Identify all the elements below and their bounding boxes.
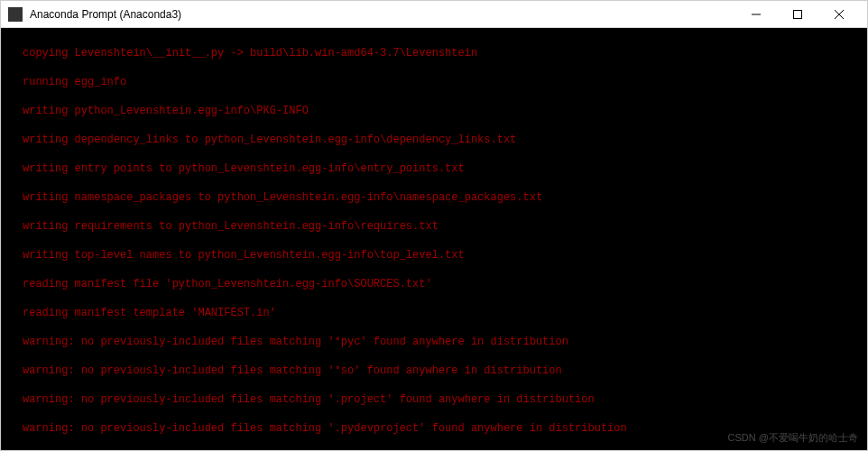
titlebar[interactable]: Anaconda Prompt (Anaconda3)	[1, 1, 867, 28]
output-line: copying Levenshtein\__init__.py -> build…	[8, 46, 867, 60]
output-line: writing python_Levenshtein.egg-info\PKG-…	[8, 104, 867, 118]
minimize-icon	[752, 10, 761, 19]
output-line: warning: no previously-included files ma…	[8, 364, 867, 378]
svg-rect-1	[794, 10, 802, 18]
close-icon	[835, 10, 844, 19]
output-line: writing requirements to python_Levenshte…	[8, 219, 867, 234]
maximize-icon	[793, 10, 802, 19]
close-button[interactable]	[818, 1, 860, 28]
output-line: writing dependency_links to python_Leven…	[8, 133, 867, 147]
output-line: reading manifest file 'python_Levenshtei…	[8, 277, 867, 291]
maximize-button[interactable]	[777, 1, 818, 28]
output-line: writing top-level names to python_Levens…	[8, 248, 867, 262]
output-line: warning: no previously-included files ma…	[8, 392, 867, 407]
output-line: warning: no previously-included files ma…	[8, 335, 867, 349]
window-controls	[735, 1, 860, 28]
output-line: writing entry points to python_Levenshte…	[8, 161, 867, 176]
output-line: writing namespace_packages to python_Lev…	[8, 190, 867, 205]
output-line: running egg_info	[8, 75, 867, 89]
prompt-icon	[8, 7, 23, 22]
terminal-output[interactable]: copying Levenshtein\__init__.py -> build…	[1, 28, 867, 450]
watermark: CSDN @不爱喝牛奶的哈士奇	[728, 430, 858, 445]
minimize-button[interactable]	[735, 1, 777, 28]
window-title: Anaconda Prompt (Anaconda3)	[30, 8, 735, 21]
output-line: reading manifest template 'MANIFEST.in'	[8, 306, 867, 320]
window: Anaconda Prompt (Anaconda3) copying Leve…	[0, 0, 868, 451]
